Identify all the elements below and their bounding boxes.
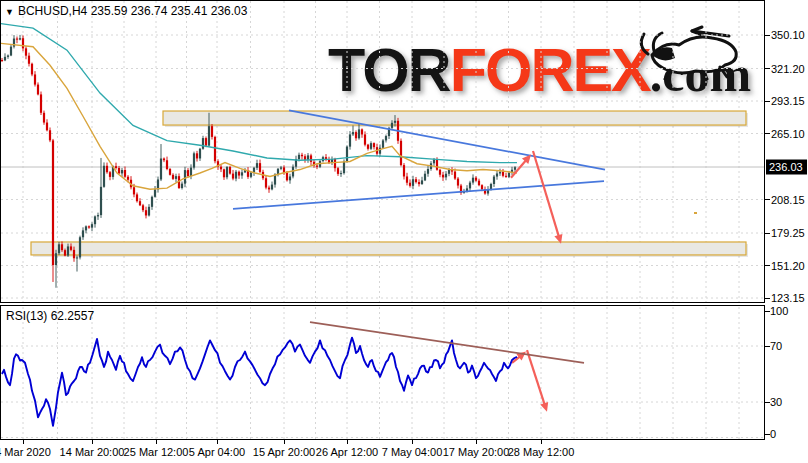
rsi-down-arrow[interactable] — [527, 350, 545, 406]
forecast-arrows — [511, 151, 562, 412]
ma-slow-line — [0, 24, 517, 163]
rsi-line — [2, 338, 517, 426]
price-pane[interactable] — [1, 1, 765, 303]
chart-canvas[interactable] — [0, 0, 808, 463]
pane-borders — [1, 1, 771, 445]
resistance-zone[interactable] — [163, 111, 746, 125]
price-down-arrow[interactable] — [533, 151, 559, 238]
gridlines — [1, 1, 764, 439]
support-zone[interactable] — [31, 242, 746, 255]
stray-mark — [694, 212, 697, 214]
